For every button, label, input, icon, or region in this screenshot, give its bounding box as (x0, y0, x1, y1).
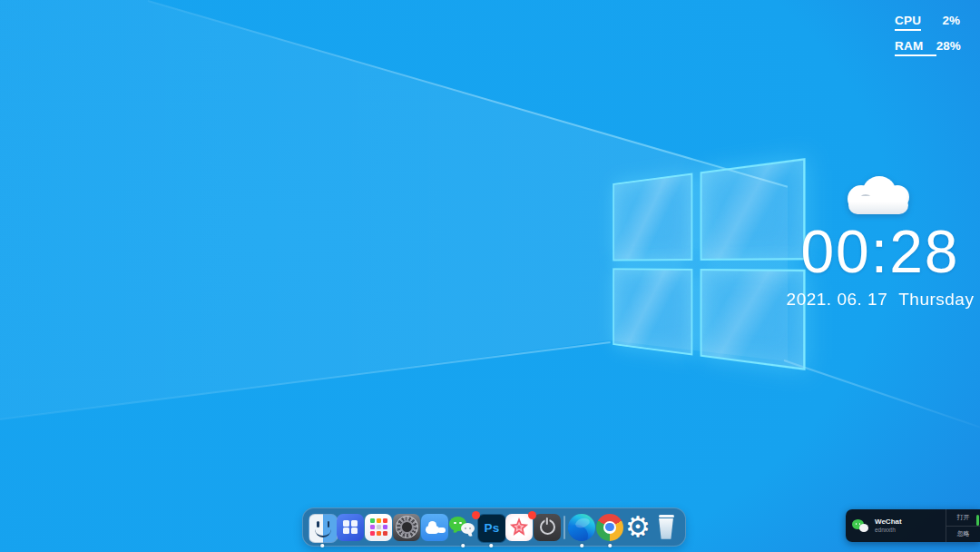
dock-item-power[interactable] (534, 514, 561, 541)
dock-item-windows-start[interactable] (337, 514, 364, 541)
dock-item-finder[interactable] (309, 514, 336, 541)
dock-item-chrome[interactable] (596, 514, 623, 541)
notification-open-button[interactable]: 打开 (946, 509, 980, 526)
notification-title: WeChat (875, 518, 902, 526)
notification-ignore-button[interactable]: 忽略 (946, 526, 980, 543)
notification-content: WeChat ednxxth (846, 509, 946, 542)
notification-actions: 打开 忽略 (946, 509, 980, 542)
light-beam-top (148, 0, 788, 188)
wechat-notification-toast[interactable]: WeChat ednxxth 打开 忽略 (846, 509, 980, 542)
trash-icon (652, 514, 680, 541)
date-text: 2021. 06. 17 (787, 290, 888, 309)
ram-row: RAM 28% (895, 39, 960, 56)
notification-badge (472, 511, 480, 519)
weekday-text: Thursday (898, 290, 974, 309)
dock-separator (564, 516, 565, 539)
ram-value: 28% (936, 39, 961, 53)
notification-message: ednxxth (875, 527, 902, 534)
edge-icon (568, 514, 595, 541)
dock-item-trash[interactable] (652, 514, 680, 541)
clock-time: 00:28 (786, 222, 975, 281)
dock-item-settings[interactable]: ⚙ (624, 514, 652, 541)
notification-text: WeChat ednxxth (875, 518, 902, 534)
windows-logo-pane (612, 173, 692, 261)
running-indicator (461, 544, 465, 547)
cloud-app-icon (421, 514, 448, 541)
clock-widget: 00:28 2021. 06. 17Thursday (786, 174, 975, 310)
dock-item-weather-cloud[interactable] (421, 514, 448, 541)
cloud-weather-icon (840, 174, 920, 220)
dock-item-wechat[interactable] (449, 514, 476, 541)
finder-icon (309, 514, 338, 543)
dock-item-launchpad[interactable] (365, 514, 392, 541)
dock: Ps ⚙ (302, 508, 686, 547)
light-beam-bottom-left (0, 341, 611, 420)
settings-gear-icon: ⚙ (624, 514, 652, 541)
launchpad-icon (365, 514, 392, 541)
windows-start-icon (337, 514, 364, 541)
running-indicator (489, 544, 493, 547)
photoshop-icon: Ps (477, 514, 506, 543)
ram-label: RAM (895, 39, 936, 56)
cpu-row: CPU 2% (895, 14, 960, 31)
light-beam-bottom-right (784, 360, 980, 428)
dock-item-star-app[interactable] (505, 514, 533, 541)
power-icon (534, 514, 561, 541)
dock-item-edge[interactable] (568, 514, 595, 541)
windows-logo-pane (612, 268, 692, 355)
windows-logo (612, 158, 805, 370)
running-indicator (580, 544, 583, 547)
wechat-toast-icon (851, 517, 869, 535)
running-indicator (320, 544, 324, 547)
green-indicator-sliver (976, 515, 979, 526)
dock-item-photoshop[interactable]: Ps (477, 514, 505, 541)
dock-item-system-preferences[interactable] (393, 514, 420, 541)
chrome-icon (596, 514, 623, 541)
notification-badge (528, 511, 536, 519)
system-monitor: CPU 2% RAM 28% (895, 14, 960, 64)
running-indicator (608, 544, 612, 547)
cpu-label: CPU (895, 14, 921, 31)
photoshop-glyph: Ps (484, 521, 499, 535)
clock-date: 2021. 06. 17Thursday (786, 290, 975, 310)
system-preferences-gear-icon (393, 514, 420, 541)
cpu-value: 2% (942, 14, 960, 27)
